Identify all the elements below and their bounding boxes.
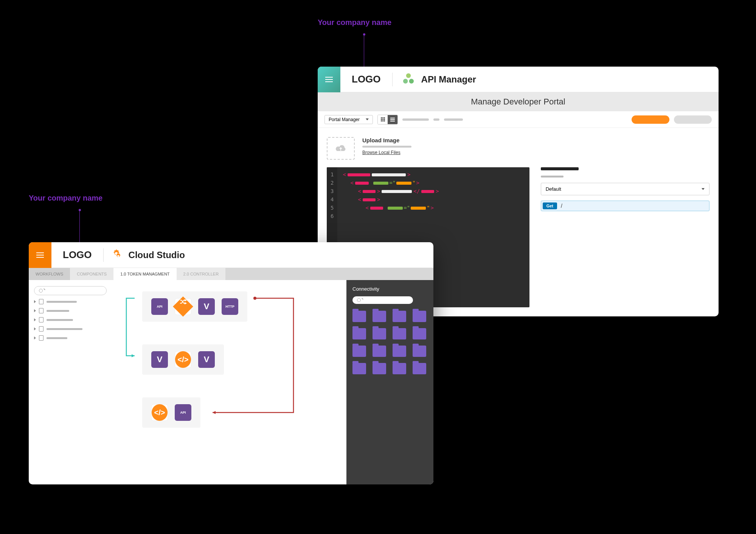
cloud-studio-window: LOGO Cloud Studio WORKFLOWS COMPONENTS 1… xyxy=(29,242,433,484)
callout-dot xyxy=(79,209,81,211)
file-icon xyxy=(39,308,43,313)
connector-folder[interactable] xyxy=(352,346,366,357)
portal-manager-dropdown[interactable]: Portal Manager xyxy=(324,115,373,124)
grid-icon xyxy=(381,117,385,121)
toolbar: Portal Manager xyxy=(318,111,719,128)
connector-folder[interactable] xyxy=(393,346,406,357)
project-tree xyxy=(29,280,112,484)
http-node[interactable]: HTTP xyxy=(222,298,238,315)
variable-node[interactable]: V xyxy=(198,351,215,368)
menu-button[interactable] xyxy=(318,67,340,92)
chevron-down-icon xyxy=(702,188,705,190)
tree-label-placeholder xyxy=(47,337,67,339)
endpoint-row[interactable]: Get / xyxy=(541,201,709,211)
file-icon xyxy=(39,299,43,304)
connector-folder[interactable] xyxy=(373,363,386,374)
api-header: LOGO API Manager xyxy=(318,67,719,92)
config-subheader xyxy=(541,176,564,177)
theme-select[interactable]: Default xyxy=(541,183,709,195)
upload-dropzone[interactable] xyxy=(327,137,355,160)
decision-node[interactable] xyxy=(175,298,191,315)
chevron-right-icon xyxy=(34,318,36,321)
view-toggle xyxy=(377,115,398,125)
config-panel: Default Get / xyxy=(541,167,709,307)
svg-point-0 xyxy=(406,73,410,78)
connector-folder[interactable] xyxy=(373,346,386,357)
shuffle-icon xyxy=(179,298,187,305)
connector-folder[interactable] xyxy=(413,328,426,339)
tree-search-input[interactable] xyxy=(34,286,107,295)
callout-cs-company: Your company name xyxy=(29,194,102,202)
script-node[interactable]: </> xyxy=(151,404,168,421)
callout-line xyxy=(364,36,364,67)
grid-view-button[interactable] xyxy=(378,115,388,124)
workflow-canvas[interactable]: API V HTTP V </> V </> xyxy=(112,280,346,484)
browse-files-link[interactable]: Browse Local Files xyxy=(362,150,411,155)
api-node[interactable]: API xyxy=(151,298,168,315)
chevron-right-icon xyxy=(34,336,36,339)
header-divider xyxy=(103,248,104,262)
tree-item[interactable] xyxy=(34,335,107,341)
upload-section: Upload Image Browse Local Files xyxy=(327,137,709,160)
hamburger-icon xyxy=(36,255,44,255)
workflow-row: V </> V xyxy=(142,344,224,375)
list-icon xyxy=(390,119,395,120)
workflow-row: </> API xyxy=(142,397,200,428)
callout-line xyxy=(79,211,80,242)
svg-point-1 xyxy=(403,79,408,83)
tree-label-placeholder xyxy=(47,328,82,330)
palette-search-input[interactable] xyxy=(352,296,413,304)
chevron-right-icon xyxy=(34,327,36,330)
connector-folder[interactable] xyxy=(373,311,386,322)
toolbar-placeholder xyxy=(402,118,429,121)
chevron-right-icon xyxy=(34,309,36,312)
connector-folder[interactable] xyxy=(413,346,426,357)
tree-item[interactable] xyxy=(34,317,107,322)
primary-action-button[interactable] xyxy=(632,115,669,124)
connector-folder[interactable] xyxy=(393,363,406,374)
connector-folder[interactable] xyxy=(413,311,426,322)
svg-point-2 xyxy=(409,79,413,83)
file-icon xyxy=(39,317,43,322)
page-title: Manage Developer Portal xyxy=(318,92,719,111)
tab-token-management[interactable]: 1.0 TOKEN MANAGMENT xyxy=(113,268,176,280)
tree-item[interactable] xyxy=(34,308,107,313)
connector-folder[interactable] xyxy=(352,311,366,322)
connector-folder[interactable] xyxy=(373,328,386,339)
connector-folder[interactable] xyxy=(393,328,406,339)
chevron-down-icon xyxy=(366,118,369,120)
variable-node[interactable]: V xyxy=(151,351,168,368)
menu-button[interactable] xyxy=(29,242,51,268)
toolbar-placeholder xyxy=(433,118,439,121)
cs-header: LOGO Cloud Studio xyxy=(29,242,433,268)
connector-folder[interactable] xyxy=(413,363,426,374)
folder-grid xyxy=(352,308,427,374)
tree-item[interactable] xyxy=(34,299,107,304)
api-node[interactable]: API xyxy=(175,404,191,421)
list-view-button[interactable] xyxy=(388,115,397,124)
tab-bar: WORKFLOWS COMPONENTS 1.0 TOKEN MANAGMENT… xyxy=(29,268,433,280)
callout-dot xyxy=(363,33,365,36)
connector-folder[interactable] xyxy=(352,328,366,339)
tab-workflows[interactable]: WORKFLOWS xyxy=(29,268,70,280)
config-header xyxy=(541,167,579,170)
callout-api-company: Your company name xyxy=(318,18,391,27)
tab-controller[interactable]: 2.0 CONTROLLER xyxy=(177,268,226,280)
header-divider xyxy=(392,73,393,86)
tab-components[interactable]: COMPONENTS xyxy=(70,268,113,280)
file-icon xyxy=(39,326,43,332)
script-node[interactable]: </> xyxy=(175,351,191,368)
variable-node[interactable]: V xyxy=(198,298,215,315)
toolbar-placeholder xyxy=(444,118,463,121)
company-logo: LOGO xyxy=(340,73,392,85)
cloud-upload-icon xyxy=(334,143,347,153)
api-manager-icon xyxy=(402,73,415,86)
tree-item[interactable] xyxy=(34,326,107,332)
upload-placeholder xyxy=(362,146,411,148)
connectivity-palette: Connectivity xyxy=(346,280,433,484)
connector-folder[interactable] xyxy=(393,311,406,322)
secondary-action-button[interactable] xyxy=(674,115,712,124)
svg-marker-3 xyxy=(132,354,135,357)
connector-folder[interactable] xyxy=(352,363,366,374)
file-icon xyxy=(39,335,43,341)
